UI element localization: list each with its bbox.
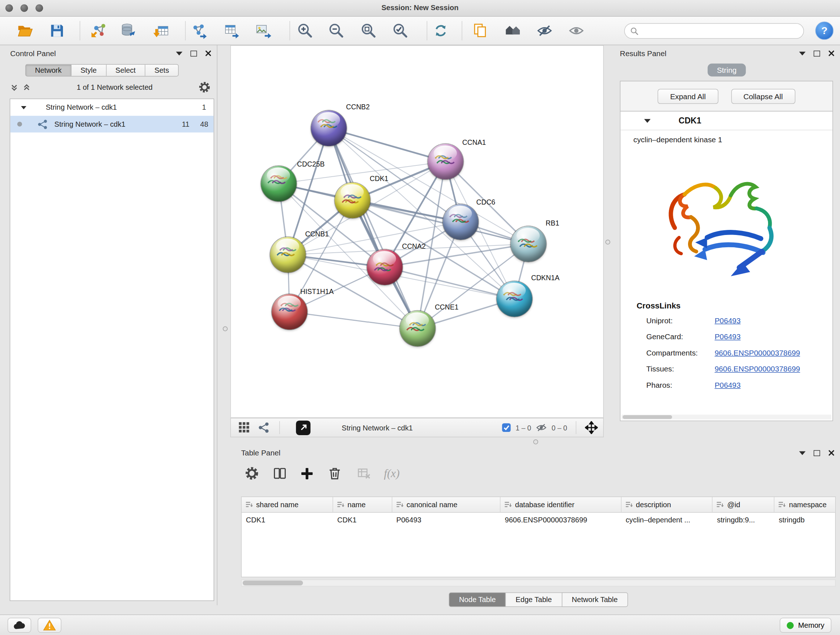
tree-expand-icon[interactable] xyxy=(21,106,27,109)
detach-view-button[interactable] xyxy=(296,420,310,435)
column-header[interactable]: shared name xyxy=(242,497,333,512)
panel-float-icon[interactable] xyxy=(191,50,197,56)
scrollbar-thumb[interactable] xyxy=(622,415,672,419)
network-node[interactable] xyxy=(261,166,296,201)
table-cell[interactable]: cyclin–dependent ... xyxy=(622,513,713,528)
tab-style[interactable]: Style xyxy=(71,65,106,76)
column-header[interactable]: name xyxy=(333,497,392,512)
network-node[interactable] xyxy=(270,237,306,272)
network-row[interactable]: String Network – cdk1 11 48 xyxy=(10,116,213,133)
crosslink-value-link[interactable]: 9606.ENSP00000378699 xyxy=(714,347,800,358)
zoom-selected-button[interactable] xyxy=(388,19,412,43)
delete-table-button[interactable] xyxy=(352,462,376,485)
zoom-out-button[interactable] xyxy=(324,19,348,43)
export-image-button[interactable] xyxy=(251,19,275,43)
zoom-window-button[interactable] xyxy=(35,4,43,12)
apply-layout-button[interactable] xyxy=(428,19,453,43)
gear-icon[interactable] xyxy=(199,81,210,93)
new-table-from-network-button[interactable] xyxy=(219,19,243,43)
tab-network-table[interactable]: Network Table xyxy=(561,592,628,607)
table-cell[interactable]: stringdb xyxy=(775,513,835,528)
delete-column-button[interactable] xyxy=(323,462,347,485)
crosslink-value-link[interactable]: 9606.ENSP00000378699 xyxy=(714,363,800,375)
save-session-button[interactable] xyxy=(44,19,69,43)
network-node[interactable] xyxy=(400,310,435,346)
import-table-from-file-button[interactable] xyxy=(149,19,174,43)
table-cell[interactable]: stringdb:9... xyxy=(713,513,775,528)
zoom-in-button[interactable] xyxy=(293,19,317,43)
network-node[interactable] xyxy=(272,294,307,329)
results-horizontal-scrollbar[interactable] xyxy=(622,415,831,419)
warnings-button[interactable] xyxy=(38,618,61,633)
import-network-from-database-button[interactable] xyxy=(116,19,141,43)
protein-card-header[interactable]: CDK1 xyxy=(621,111,832,130)
network-edge[interactable] xyxy=(329,128,417,328)
search-field[interactable] xyxy=(624,23,804,39)
hide-selected-button[interactable] xyxy=(532,19,557,43)
crosslink-value-link[interactable]: P06493 xyxy=(714,315,741,326)
panel-collapse-icon[interactable] xyxy=(799,451,806,455)
network-node[interactable] xyxy=(497,281,532,317)
network-node[interactable] xyxy=(367,249,402,285)
search-input[interactable] xyxy=(642,27,804,35)
table-cell[interactable]: CDK1 xyxy=(242,513,333,528)
memory-button[interactable]: Memory xyxy=(780,618,831,633)
network-node[interactable] xyxy=(428,144,463,179)
cloud-status-button[interactable] xyxy=(8,618,31,633)
tab-node-table[interactable]: Node Table xyxy=(449,592,506,607)
column-header[interactable]: database identifier xyxy=(501,497,622,512)
panel-float-icon[interactable] xyxy=(813,50,820,56)
show-graphics-details-button[interactable] xyxy=(500,19,525,43)
tab-sets[interactable]: Sets xyxy=(145,65,178,76)
table-row[interactable]: CDK1 CDK1 P06493 9606.ENSP00000378699 cy… xyxy=(242,513,835,528)
network-collection-row[interactable]: String Network – cdk1 1 xyxy=(10,99,213,116)
table-horizontal-scrollbar[interactable] xyxy=(241,580,836,586)
selected-checkbox-icon[interactable] xyxy=(502,423,512,432)
table-cell[interactable]: CDK1 xyxy=(333,513,392,528)
network-node[interactable] xyxy=(311,111,347,146)
panel-close-icon[interactable] xyxy=(828,50,835,57)
panel-close-icon[interactable] xyxy=(205,50,212,57)
left-splitter-handle[interactable] xyxy=(223,326,227,331)
panel-close-icon[interactable] xyxy=(828,450,835,456)
table-cell[interactable]: P06493 xyxy=(392,513,501,528)
column-header[interactable]: @id xyxy=(713,497,775,512)
panel-float-icon[interactable] xyxy=(813,450,820,456)
network-node[interactable] xyxy=(443,204,478,240)
network-node[interactable] xyxy=(511,226,546,262)
horizontal-splitter-handle[interactable] xyxy=(533,440,538,444)
collapse-all-networks-icon[interactable] xyxy=(10,83,18,91)
expand-all-networks-icon[interactable] xyxy=(22,83,30,91)
tab-select[interactable]: Select xyxy=(106,65,145,76)
help-button[interactable]: ? xyxy=(815,22,834,40)
crosslink-value-link[interactable]: P06493 xyxy=(714,380,741,391)
pan-move-icon[interactable] xyxy=(585,421,598,434)
network-node[interactable] xyxy=(335,182,370,218)
right-splitter-handle[interactable] xyxy=(605,240,610,244)
minimize-window-button[interactable] xyxy=(21,4,28,12)
network-canvas[interactable]: CCNB2CCNA1CDC25BCDK1CDC6RB1CCNB1CCNA2CDK… xyxy=(231,45,604,418)
tab-edge-table[interactable]: Edge Table xyxy=(505,592,562,607)
network-edge[interactable] xyxy=(289,312,417,328)
clone-network-button[interactable] xyxy=(468,19,493,43)
crosslink-value-link[interactable]: P06493 xyxy=(714,331,741,342)
column-header[interactable]: canonical name xyxy=(392,497,501,512)
scrollbar-thumb[interactable] xyxy=(243,581,303,585)
network-list-icon[interactable] xyxy=(258,422,270,434)
panel-collapse-icon[interactable] xyxy=(799,51,806,55)
function-builder-button[interactable]: f(x) xyxy=(380,462,403,485)
column-header[interactable]: namespace xyxy=(775,497,835,512)
table-cell[interactable]: 9606.ENSP00000378699 xyxy=(501,513,622,528)
create-column-button[interactable] xyxy=(295,462,318,485)
grid-view-icon[interactable] xyxy=(238,422,250,434)
open-session-button[interactable] xyxy=(12,19,37,43)
panel-collapse-icon[interactable] xyxy=(176,51,182,55)
network-edge[interactable] xyxy=(329,128,446,162)
collapse-all-button[interactable]: Collapse All xyxy=(731,89,795,104)
card-expand-icon[interactable] xyxy=(644,119,651,122)
close-window-button[interactable] xyxy=(5,4,13,12)
show-columns-button[interactable] xyxy=(268,462,292,485)
import-network-from-file-button[interactable] xyxy=(86,19,111,43)
table-settings-button[interactable] xyxy=(240,462,264,485)
new-network-from-selection-button[interactable] xyxy=(187,19,212,43)
